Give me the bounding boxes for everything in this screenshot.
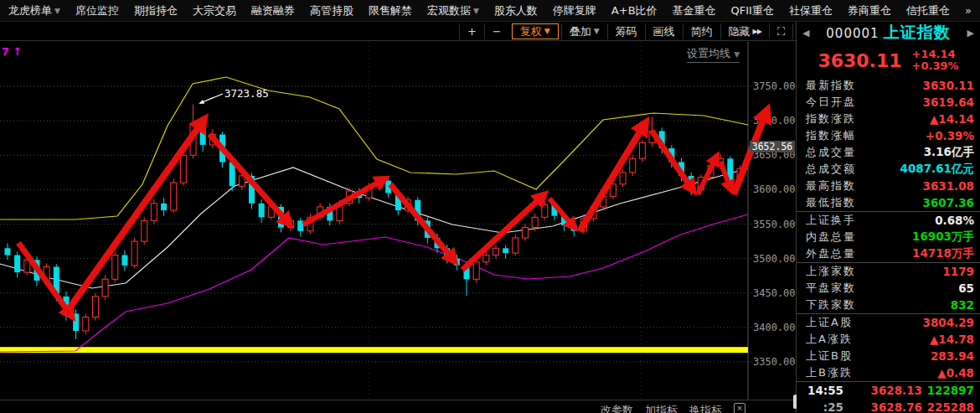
- candle: [73, 313, 79, 331]
- indicator-link-换指标[interactable]: 换指标: [689, 403, 722, 413]
- stat-row-内盘总量: 内盘总量16903万手: [797, 229, 980, 245]
- stat-label: 总成交量: [806, 145, 856, 160]
- y-axis-label: 3750.00: [753, 80, 796, 92]
- stat-value: 1179: [942, 265, 974, 278]
- indicator-link-改参数[interactable]: 改参数: [601, 403, 633, 413]
- menu-item-高管持股[interactable]: 高管持股: [310, 3, 353, 18]
- stat-row-最高指数: 最高指数3631.08: [797, 178, 980, 194]
- toolbar-button-画线[interactable]: 画线: [645, 23, 683, 39]
- ma-magenta: [0, 214, 748, 352]
- stat-row-上证B股: 上证B股283.94: [797, 348, 980, 364]
- prev-stock-button[interactable]: ◀: [800, 28, 812, 39]
- toolbar-button-−[interactable]: −: [484, 23, 509, 39]
- stat-value: ▲14.78: [930, 333, 974, 346]
- stat-row-指数涨跌: 指数涨跌▲14.14: [797, 111, 980, 127]
- chevron-down-icon: ▼: [734, 50, 740, 59]
- menu-item-QFII重仓[interactable]: QFII重仓: [731, 3, 774, 18]
- menu-item-停牌复牌[interactable]: 停牌复牌: [553, 3, 596, 18]
- stat-label: 指数涨幅: [806, 128, 856, 143]
- toolbar-button-叠加[interactable]: 叠加▼: [561, 23, 607, 39]
- indicator-bar: 改参数加指标换指标×: [0, 400, 796, 413]
- toolbar-button-+[interactable]: +: [459, 23, 484, 39]
- trend-arrow: [652, 131, 694, 191]
- stats-list: 最新指数3630.11今日开盘3619.64指数涨跌▲14.14指数涨幅+0.3…: [797, 77, 980, 381]
- tick-time: :25: [803, 400, 843, 413]
- close-icon[interactable]: ×: [734, 403, 745, 413]
- stat-row-总成交量: 总成交量3.16亿手: [797, 144, 980, 161]
- menu-item-融资融券[interactable]: 融资融券: [251, 3, 295, 18]
- stat-label: 内盘总量: [806, 230, 856, 245]
- candle: [473, 262, 479, 280]
- stat-label: 上证换手: [806, 213, 856, 228]
- stat-row-指数涨幅: 指数涨幅+0.39%: [797, 127, 980, 144]
- trend-arrow: [67, 119, 204, 312]
- stat-row-上涨家数: 上涨家数1179: [797, 263, 980, 280]
- stat-label: 上证A股: [806, 315, 853, 330]
- stat-group: 上涨家数1179平盘家数65下跌家数832: [797, 262, 980, 313]
- toolbar-button-简约[interactable]: 简约: [683, 23, 720, 39]
- menu-item-龙虎榜单[interactable]: 龙虎榜单▼: [8, 3, 60, 18]
- stat-label: 上B涨跌: [806, 365, 853, 380]
- indicator-link-加指标[interactable]: 加指标: [645, 403, 678, 413]
- stat-label: 下跌家数: [806, 297, 856, 312]
- stat-value: ▲14.14: [930, 112, 974, 126]
- candle: [14, 256, 20, 273]
- quote-panel-header: ◀ 000001 上证指数 ▶: [797, 22, 980, 44]
- toolbar-button-筹码[interactable]: 筹码: [607, 23, 645, 39]
- candlestick-chart[interactable]: 3750.003700.003650.003600.003550.003500.…: [0, 42, 796, 400]
- y-axis-label: 3600.00: [753, 183, 796, 195]
- candle: [171, 183, 177, 210]
- menu-item-大宗交易[interactable]: 大宗交易: [193, 3, 236, 18]
- ma-settings-button[interactable]: 设置均线 ▼: [687, 46, 740, 63]
- stat-label: 指数涨跌: [806, 111, 856, 126]
- candle: [132, 241, 137, 266]
- menu-item-券商重仓[interactable]: 券商重仓: [848, 3, 891, 18]
- trend-arrow: [580, 122, 646, 231]
- tick-price: 3628.13: [843, 384, 922, 397]
- stat-value: 3.16亿手: [924, 145, 974, 160]
- stat-label: 总成交额: [806, 162, 856, 177]
- candle: [503, 248, 508, 253]
- next-stock-button[interactable]: ▶: [965, 28, 977, 39]
- toolbar-button-复权[interactable]: 复权▼: [512, 23, 559, 39]
- menu-item-基金重仓[interactable]: 基金重仓: [673, 3, 716, 18]
- stat-value: ▲0.48: [937, 366, 974, 379]
- menu-item-限售解禁[interactable]: 限售解禁: [369, 3, 412, 18]
- candle: [630, 158, 636, 172]
- menu-item-股东人数[interactable]: 股东人数: [494, 3, 538, 18]
- menu-more-button[interactable]: »: [965, 4, 972, 17]
- stat-value: 16903万手: [912, 230, 974, 245]
- tick-list: 14:553628.13122897:253628.76225288: [797, 381, 980, 413]
- chevron-down-icon: ▼: [544, 24, 550, 39]
- stat-label: 平盘家数: [806, 281, 856, 296]
- price-row: 3630.11 +14.14 +0.39%: [797, 44, 980, 77]
- stat-label: 上证B股: [806, 348, 853, 364]
- peak-annotation-label: 3723.85: [224, 87, 269, 100]
- menu-item-宏观数据[interactable]: 宏观数据▼: [427, 3, 479, 18]
- double-arrow-icon: ▶▶: [753, 23, 761, 39]
- candle: [620, 173, 626, 184]
- stat-row-上B涨跌: 上B涨跌▲0.48: [797, 364, 980, 381]
- tick-volume: 122897: [922, 384, 974, 397]
- y-axis-label: 3400.00: [753, 322, 796, 333]
- menu-item-A+B比价[interactable]: A+B比价: [611, 3, 658, 18]
- toolbar-button-隐藏[interactable]: 隐藏▶▶: [720, 23, 769, 39]
- fullscreen-button[interactable]: ⛶: [769, 23, 793, 39]
- menu-item-期指持仓[interactable]: 期指持仓: [134, 3, 178, 18]
- signal-marker: 7 ↑: [2, 45, 22, 58]
- tick-row: :253628.76225288: [797, 399, 980, 413]
- chevron-down-icon: ▼: [54, 7, 60, 15]
- price-change-pct: +0.39%: [912, 60, 959, 72]
- stat-group: 最新指数3630.11今日开盘3619.64指数涨跌▲14.14指数涨幅+0.3…: [797, 77, 980, 211]
- menu-item-席位监控[interactable]: 席位监控: [75, 3, 119, 18]
- stat-value: 283.94: [931, 349, 974, 363]
- stat-label: 最低指数: [806, 195, 856, 210]
- peak-annotation-arrow: [200, 94, 223, 103]
- menu-item-社保重仓[interactable]: 社保重仓: [789, 3, 833, 18]
- support-band: [0, 347, 748, 353]
- tick-price: 3628.76: [843, 400, 922, 413]
- menu-item-信托重仓[interactable]: 信托重仓: [906, 3, 950, 18]
- stat-value: 3619.64: [923, 96, 975, 109]
- stat-row-总成交额: 总成交额4087.61亿元: [797, 161, 980, 178]
- stat-label: 最新指数: [806, 78, 856, 93]
